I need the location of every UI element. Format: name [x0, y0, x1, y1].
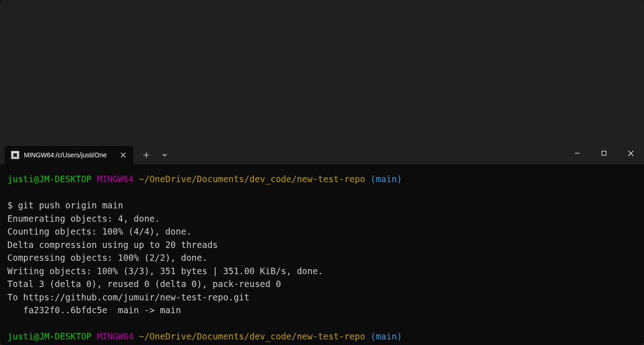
tab-controls [133, 146, 174, 164]
window-controls [564, 142, 644, 164]
prompt-symbol: $ [7, 200, 12, 210]
output-line: Delta compression using up to 20 threads [7, 240, 218, 250]
user-host: justi@JM-DESKTOP [7, 331, 92, 341]
branch-close: ) [397, 331, 402, 341]
output-line: Enumerating objects: 4, done. [7, 213, 160, 224]
terminal-output[interactable]: justi@JM-DESKTOP MINGW64 ~/OneDrive/Docu… [0, 164, 644, 345]
tab-title: MINGW64:/c/Users/justi/One [24, 151, 114, 159]
close-icon [121, 152, 126, 158]
terminal-window: MINGW64:/c/Users/justi/One just [0, 0, 644, 345]
tab-active[interactable]: MINGW64:/c/Users/justi/One [5, 146, 133, 164]
output-line: Counting objects: 100% (4/4), done. [7, 226, 191, 236]
output-line: To https://github.com/jumuir/new-test-re… [7, 292, 249, 302]
git-branch: main [376, 331, 397, 341]
output-line: fa232f0..6bfdc5e main -> main [7, 305, 181, 315]
cwd-path: ~/OneDrive/Documents/dev_code/new-test-r… [139, 174, 365, 184]
prompt-line-2: justi@JM-DESKTOP MINGW64 ~/OneDrive/Docu… [7, 330, 637, 343]
terminal-icon [11, 151, 19, 159]
maximize-button[interactable] [591, 144, 617, 162]
user-host: justi@JM-DESKTOP [7, 174, 92, 184]
output-line: Total 3 (delta 0), reused 0 (delta 0), p… [7, 279, 281, 289]
tab-dropdown-button[interactable] [155, 146, 174, 164]
command-text: git push origin main [18, 200, 123, 210]
minimize-button[interactable] [564, 144, 591, 162]
branch-close: ) [397, 174, 402, 184]
close-icon [628, 150, 634, 156]
git-branch: main [376, 174, 397, 184]
branch-open: ( [370, 331, 375, 341]
cwd-path: ~/OneDrive/Documents/dev_code/new-test-r… [139, 331, 365, 341]
chevron-down-icon [162, 152, 167, 158]
output-line: Writing objects: 100% (3/3), 351 bytes |… [7, 266, 323, 276]
branch-open: ( [370, 174, 375, 184]
new-tab-button[interactable] [137, 146, 155, 164]
tab-close-button[interactable] [119, 150, 128, 160]
svg-rect-0 [602, 151, 606, 155]
shell-name: MINGW64 [97, 174, 133, 184]
maximize-icon [601, 150, 607, 156]
output-line: Compressing objects: 100% (2/2), done. [7, 253, 207, 263]
minimize-icon [575, 150, 580, 156]
plus-icon [143, 152, 150, 158]
prompt-line-1: justi@JM-DESKTOP MINGW64 ~/OneDrive/Docu… [7, 172, 637, 186]
titlebar: MINGW64:/c/Users/justi/One [0, 0, 644, 164]
shell-name: MINGW64 [97, 331, 133, 341]
close-button[interactable] [617, 144, 644, 162]
